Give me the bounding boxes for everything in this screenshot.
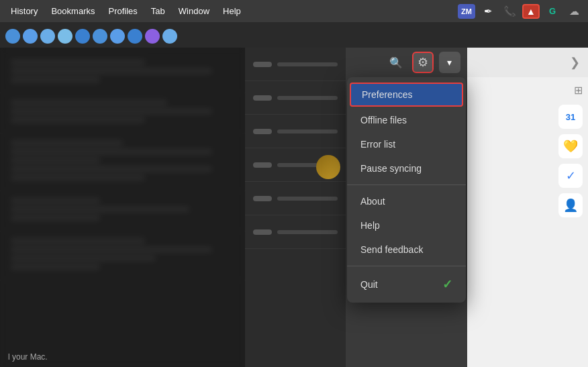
- error-list-menu-item[interactable]: Error list: [347, 132, 466, 156]
- tab-4[interactable]: [58, 29, 72, 44]
- content-area: l your Mac.: [0, 48, 588, 367]
- tasks-app-button[interactable]: ✓: [558, 164, 583, 188]
- user-icon: 👤: [563, 198, 578, 213]
- mid-sidebar-item[interactable]: [245, 115, 346, 148]
- quit-label: Quit: [360, 279, 378, 290]
- gear-icon: ⚙: [418, 55, 428, 70]
- dropdown-menu: Preferences Offline files Error list Pau…: [347, 77, 466, 303]
- menu-bookmarks[interactable]: Bookmarks: [46, 4, 100, 18]
- backup-icon[interactable]: ▲: [522, 4, 540, 19]
- tasks-icon: ✓: [566, 168, 576, 183]
- tab-5[interactable]: [75, 29, 90, 44]
- preferences-label: Preferences: [362, 89, 412, 100]
- dropdown-section-1: Preferences Offline files Error list Pau…: [347, 77, 466, 185]
- menubar-items: History Bookmarks Profiles Tab Window He…: [5, 4, 458, 18]
- menu-history[interactable]: History: [5, 4, 43, 18]
- pause-syncing-label: Pause syncing: [360, 163, 422, 174]
- quit-menu-item[interactable]: Quit ✓: [347, 270, 466, 299]
- grid-view-icon[interactable]: ⊞: [574, 84, 583, 97]
- pen-tool-icon[interactable]: ✒: [479, 4, 497, 19]
- right-panel: ❯ ⊞ 31 💛 ✓ 👤: [467, 48, 589, 367]
- mid-sidebar-item[interactable]: [245, 48, 346, 81]
- email-list-panel: l your Mac.: [0, 48, 245, 367]
- checkmark-icon: ✓: [442, 277, 452, 292]
- offline-files-label: Offline files: [360, 115, 407, 125]
- help-menu-item[interactable]: Help: [347, 213, 466, 238]
- offline-files-menu-item[interactable]: Offline files: [347, 108, 466, 132]
- tab-2[interactable]: [23, 29, 38, 44]
- pause-syncing-menu-item[interactable]: Pause syncing: [347, 156, 466, 180]
- dropdown-section-2: About Help Send feedback: [347, 185, 466, 266]
- preferences-menu-item[interactable]: Preferences: [350, 83, 463, 107]
- send-feedback-label: Send feedback: [360, 244, 423, 255]
- grammarly-icon[interactable]: G: [544, 4, 561, 19]
- menu-window[interactable]: Window: [173, 4, 215, 18]
- tab-9[interactable]: [145, 29, 160, 44]
- calendar-icon: 31: [566, 112, 575, 122]
- tab-6[interactable]: [93, 29, 107, 44]
- menu-tab[interactable]: Tab: [146, 4, 170, 18]
- avatar: [316, 155, 340, 179]
- about-label: About: [360, 196, 385, 207]
- menubar: History Bookmarks Profiles Tab Window He…: [0, 0, 588, 22]
- error-list-label: Error list: [360, 139, 395, 150]
- mid-sidebar-item[interactable]: [245, 215, 346, 249]
- send-feedback-menu-item[interactable]: Send feedback: [347, 238, 466, 262]
- keep-app-button[interactable]: 💛: [558, 134, 583, 158]
- chevron-down-icon: ▾: [447, 57, 452, 68]
- menu-profiles[interactable]: Profiles: [103, 4, 142, 18]
- right-panel-top-bar: ❯: [467, 48, 589, 77]
- mid-sidebar-item[interactable]: [245, 182, 346, 215]
- menubar-system-icons: ZM ✒ 📞 ▲ G ☁: [458, 4, 583, 19]
- tab-8[interactable]: [128, 29, 142, 44]
- keep-icon: 💛: [563, 139, 578, 154]
- tab-3[interactable]: [40, 29, 55, 44]
- viber-icon[interactable]: 📞: [501, 4, 518, 19]
- right-panel-app-icons: ⊞ 31 💛 ✓ 👤: [467, 77, 589, 367]
- tab-1[interactable]: [5, 29, 20, 44]
- help-label: Help: [360, 220, 380, 231]
- user-app-button[interactable]: 👤: [558, 193, 583, 217]
- gear-button[interactable]: ⚙: [412, 52, 434, 73]
- calendar-app-button[interactable]: 31: [558, 105, 583, 129]
- search-gear-bar: 🔍 ⚙ ▾: [346, 48, 467, 77]
- back-arrow-button[interactable]: ❯: [570, 55, 580, 70]
- bottom-label: l your Mac.: [8, 352, 48, 362]
- tab-7[interactable]: [110, 29, 125, 44]
- blur-overlay: [0, 48, 245, 367]
- main-content-area: 🔍 ⚙ ▾ Preferences Offline files Error li…: [346, 48, 467, 367]
- search-button[interactable]: 🔍: [385, 52, 407, 73]
- zoom-icon[interactable]: ZM: [458, 4, 475, 19]
- avatar-image: [316, 155, 340, 179]
- mid-sidebar-panel: [245, 48, 346, 367]
- about-menu-item[interactable]: About: [347, 189, 466, 213]
- tabbar: [0, 22, 588, 48]
- chevron-down-button[interactable]: ▾: [439, 52, 460, 73]
- mid-sidebar-item[interactable]: [245, 81, 346, 115]
- dropdown-section-3: Quit ✓: [347, 266, 466, 303]
- tab-10[interactable]: [162, 29, 177, 44]
- cloud-sync-icon[interactable]: ☁: [565, 4, 583, 19]
- menu-help[interactable]: Help: [217, 4, 246, 18]
